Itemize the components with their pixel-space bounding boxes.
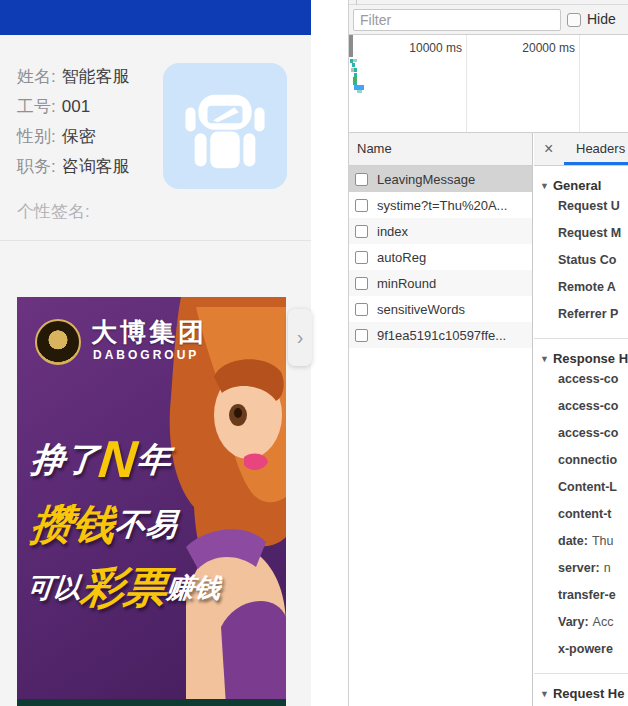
expand-chevron-button[interactable]: › (288, 309, 312, 366)
request-row[interactable]: 9f1ea5191c10597ffe... (349, 322, 532, 348)
network-filter-bar: Hide (349, 5, 628, 35)
header-item: Request M (534, 220, 628, 247)
profile-field-role: 职务:咨询客服 (17, 155, 130, 178)
request-row[interactable]: sensitiveWords (349, 296, 532, 322)
screen: 姓名:智能客服 工号:001 性别:保密 职务:咨询客服 个性签名: (0, 0, 628, 706)
headers-content: ▼General Request U Request M Status Co R… (534, 178, 628, 701)
avatar (163, 63, 287, 189)
request-row[interactable]: systime?t=Thu%20A... (349, 192, 532, 218)
field-value: 智能客服 (62, 67, 130, 86)
field-value: 001 (62, 97, 90, 116)
row-checkbox[interactable] (355, 329, 368, 342)
request-name: autoReg (377, 250, 426, 265)
header-item: Request U (534, 193, 628, 220)
timeline-tick-label: 10000 ms (392, 41, 462, 55)
header-item: Remote A (534, 274, 628, 301)
header-item: access-co (534, 420, 628, 447)
request-row[interactable]: autoReg (349, 244, 532, 270)
section-request-headers[interactable]: ▼Request He (534, 686, 628, 701)
details-tab-bar: × Headers (534, 133, 628, 166)
section-general[interactable]: ▼General (534, 178, 628, 193)
hide-data-urls-checkbox[interactable] (567, 13, 581, 27)
request-name: sensitiveWords (377, 302, 465, 317)
request-row[interactable]: minRound (349, 270, 532, 296)
field-label: 职务: (17, 157, 56, 176)
chevron-right-icon: › (297, 326, 304, 349)
profile-field-gender: 性别:保密 (17, 125, 96, 148)
request-row[interactable]: LeavingMessage (349, 166, 532, 192)
field-label: 姓名: (17, 67, 56, 86)
divider (0, 240, 311, 241)
hide-data-urls-label: Hide (587, 11, 616, 27)
triangle-down-icon: ▼ (540, 689, 549, 699)
timeline-tick-label: 20000 ms (505, 41, 575, 55)
request-name: LeavingMessage (377, 172, 475, 187)
field-label: 性别: (17, 127, 56, 146)
timeline-gridline (466, 35, 467, 133)
header-item: content-t (534, 501, 628, 528)
active-tab-underline (564, 162, 628, 165)
header-item: server:n (534, 555, 628, 582)
header-item: access-co (534, 366, 628, 393)
row-checkbox[interactable] (355, 277, 368, 290)
customer-service-page: 姓名:智能客服 工号:001 性别:保密 职务:咨询客服 个性签名: (0, 0, 348, 706)
field-value: 咨询客服 (62, 157, 130, 176)
row-checkbox[interactable] (355, 225, 368, 238)
timeline-scroll-handle[interactable] (349, 35, 353, 57)
waterfall-mark (354, 68, 357, 72)
row-checkbox[interactable] (355, 199, 368, 212)
header-item: Referrer P (534, 301, 628, 328)
header-item: Status Co (534, 247, 628, 274)
divider (534, 673, 628, 674)
ad-brand-name: 大博集团 (91, 315, 207, 350)
section-response-headers[interactable]: ▼Response H (534, 351, 628, 366)
waterfall-mark (352, 63, 355, 67)
header-item: date:Thu (534, 528, 628, 555)
divider (534, 338, 628, 339)
tab-headers[interactable]: Headers (576, 141, 625, 156)
close-icon[interactable]: × (544, 139, 553, 159)
request-name: index (377, 224, 408, 239)
waterfall-mark (353, 59, 357, 62)
timeline-gridline (579, 35, 580, 133)
header-item: x-powere (534, 636, 628, 663)
ad-brand-name-en: DABOGROUP (93, 348, 199, 362)
page-header-bar (0, 0, 311, 35)
request-details-panel: × Headers ▼General Request U Request M S… (534, 133, 628, 706)
request-name: minRound (377, 276, 436, 291)
ad-banner[interactable]: 大博集团 DABOGROUP 挣了N年 攒钱不易 可以彩票赚钱 (17, 297, 286, 706)
profile-field-name: 姓名:智能客服 (17, 65, 130, 88)
field-label: 工号: (17, 97, 56, 116)
ad-slogan-line1: 挣了N年 (29, 437, 173, 483)
name-column-header[interactable]: Name (349, 133, 532, 166)
requests-table: Name LeavingMessage systime?t=Thu%20A...… (349, 133, 533, 706)
row-checkbox[interactable] (355, 251, 368, 264)
network-overview-timeline[interactable]: 10000 ms 20000 ms (349, 35, 628, 133)
request-name: 9f1ea5191c10597ffe... (377, 328, 506, 343)
request-row[interactable]: index (349, 218, 532, 244)
ad-brand-logo (35, 319, 81, 365)
triangle-down-icon: ▼ (540, 181, 549, 191)
request-name: systime?t=Thu%20A... (377, 198, 507, 213)
header-item: transfer-e (534, 582, 628, 609)
robot-icon (179, 78, 271, 174)
ad-bottom-strip (17, 699, 286, 706)
triangle-down-icon: ▼ (540, 354, 549, 364)
field-value: 保密 (62, 127, 96, 146)
header-item: access-co (534, 393, 628, 420)
ad-slogan-line2: 攒钱不易 (28, 497, 180, 553)
header-item: connectio (534, 447, 628, 474)
profile-field-id: 工号:001 (17, 95, 90, 118)
ad-slogan-line3: 可以彩票赚钱 (24, 559, 224, 617)
row-checkbox[interactable] (355, 303, 368, 316)
filter-input[interactable] (353, 9, 561, 31)
row-checkbox[interactable] (355, 173, 368, 186)
header-item: Vary:Acc (534, 609, 628, 636)
header-item: Content-L (534, 474, 628, 501)
signature-label: 个性签名: (17, 200, 90, 223)
waterfall-mark (357, 90, 362, 93)
devtools-network-panel: Hide 10000 ms 20000 ms Name LeavingMessa… (348, 0, 628, 706)
